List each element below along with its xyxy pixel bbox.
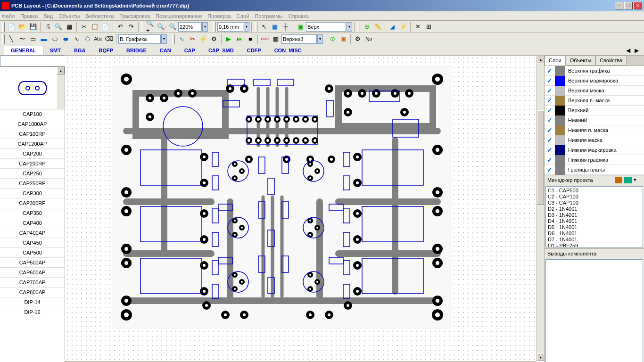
layer-color-swatch[interactable]: [555, 155, 565, 165]
cut-button[interactable]: ✂: [79, 22, 89, 32]
autoroute-button[interactable]: ⚡: [198, 34, 208, 44]
layer-combo[interactable]: [306, 22, 346, 32]
line-button[interactable]: ╲: [6, 34, 17, 44]
unroute-button[interactable]: ✂: [187, 34, 198, 44]
project-item[interactable]: D7 - 1N4001: [547, 237, 642, 243]
lib-tab-bga[interactable]: BGA: [67, 46, 92, 55]
menu-layer[interactable]: Слой: [237, 13, 249, 19]
drc-button[interactable]: ◢: [387, 22, 397, 32]
side-combo[interactable]: [281, 34, 317, 44]
lib-tab-general[interactable]: GENERAL: [4, 46, 43, 55]
component-item[interactable]: CAP100RP: [0, 129, 65, 139]
project-item[interactable]: C3 - CAP100: [547, 200, 642, 206]
layer-color-swatch[interactable]: [555, 135, 565, 145]
print-button[interactable]: 🖨: [42, 22, 53, 32]
grid-button[interactable]: ▦: [270, 22, 280, 32]
linewidth-combo[interactable]: [217, 22, 243, 32]
open-button[interactable]: 📂: [17, 22, 27, 32]
layer-row[interactable]: ✓Нижняя маркировка: [545, 145, 644, 155]
pointer-button[interactable]: ↖: [259, 22, 269, 32]
zoom-combo[interactable]: [178, 22, 202, 32]
layer-check-icon[interactable]: ✓: [545, 115, 555, 125]
pad-button[interactable]: ▣: [338, 34, 348, 44]
layer-row[interactable]: ✓Верхняя маска: [545, 86, 644, 96]
route-setup-button[interactable]: ⚙: [209, 34, 219, 44]
scroll-down-icon[interactable]: ▾: [537, 354, 544, 361]
net-check-button[interactable]: ⚡: [398, 22, 408, 32]
new-button[interactable]: 📄: [6, 22, 17, 32]
measure-button[interactable]: 📏: [372, 22, 383, 32]
close-button[interactable]: ✕: [634, 2, 642, 9]
project-item[interactable]: C2 - CAP100: [547, 194, 642, 200]
layer-check-icon[interactable]: ✓: [545, 96, 555, 106]
step-button[interactable]: ⏭: [234, 34, 245, 44]
paste-button[interactable]: 📄: [100, 22, 111, 32]
pcb-board[interactable]: [112, 65, 452, 329]
component-item[interactable]: CAP400: [0, 218, 65, 228]
lib-prev-button[interactable]: ◀: [624, 47, 632, 54]
via-button[interactable]: ⊙: [327, 34, 338, 44]
layer-check-icon[interactable]: ✓: [545, 125, 555, 135]
zoom-dropdown[interactable]: ▾: [202, 22, 208, 32]
layer-color-swatch[interactable]: [555, 125, 565, 135]
menu-routing[interactable]: Трассировка: [119, 13, 150, 19]
component-item[interactable]: CAP700AP: [0, 278, 65, 288]
menu-help[interactable]: Справка: [289, 13, 309, 19]
undo-button[interactable]: ↶: [115, 22, 125, 32]
project-item[interactable]: D6 - 1N4001: [547, 230, 642, 237]
component-item[interactable]: CAP300: [0, 189, 65, 198]
lib-tab-conmisc[interactable]: CON_MISC: [268, 46, 308, 55]
rect-fill-button[interactable]: ▬: [39, 34, 49, 44]
layer-check-icon[interactable]: ✓: [545, 145, 555, 155]
lib-next-button[interactable]: ▶: [633, 47, 640, 54]
toolbar-grip[interactable]: [172, 34, 175, 44]
save-button[interactable]: 💾: [28, 22, 38, 32]
tab-properties[interactable]: Свойства: [595, 56, 627, 66]
component-item[interactable]: CAP300RP: [0, 198, 65, 208]
ellipse-button[interactable]: ⬭: [50, 34, 60, 44]
pins-list[interactable]: [545, 259, 643, 362]
layer-check-icon[interactable]: ✓: [545, 76, 555, 86]
component-item[interactable]: CAP350: [0, 208, 65, 218]
preview-button[interactable]: 🔍: [53, 22, 64, 32]
layer-dropdown[interactable]: ▾: [347, 22, 352, 32]
layer-color-swatch[interactable]: [555, 76, 565, 86]
menu-programs[interactable]: Программы: [255, 13, 282, 19]
scroll-up-button[interactable]: ▴: [57, 67, 65, 74]
component-item[interactable]: DIP-16: [0, 307, 65, 317]
project-list[interactable]: C1 - CAP500C2 - CAP100C3 - CAP100D2 - 1N…: [545, 186, 643, 247]
lib-tab-can[interactable]: CAN: [153, 46, 178, 55]
lib-tab-bqfp[interactable]: BQFP: [92, 46, 120, 55]
component-item[interactable]: CAP800AP: [0, 288, 65, 297]
layer-color-swatch[interactable]: [555, 86, 565, 96]
toolbar-grip[interactable]: [2, 34, 5, 44]
component-item[interactable]: CAP250RP: [0, 179, 65, 189]
graphics-combo[interactable]: [118, 34, 161, 44]
origin-button[interactable]: ┼: [281, 22, 291, 32]
maximize-button[interactable]: ❐: [624, 2, 633, 9]
run-button[interactable]: ▶: [223, 34, 234, 44]
graphics-dropdown[interactable]: ▾: [161, 34, 167, 44]
layer-row[interactable]: ✓Верхняя графика: [545, 66, 644, 76]
toolbar-grip[interactable]: [213, 22, 216, 32]
polygon-button[interactable]: ⬠: [82, 34, 92, 44]
layer-row[interactable]: ✓Верхняя маркировка: [545, 76, 644, 86]
lib-tab-cap[interactable]: CAP: [178, 46, 202, 55]
toolbar-grip[interactable]: [141, 22, 144, 32]
project-item[interactable]: Q1 - PBF259: [547, 243, 642, 247]
table-button[interactable]: ⊞: [423, 22, 434, 32]
layer-row[interactable]: ✓Верхний: [545, 106, 644, 115]
toolbar-grip[interactable]: [357, 22, 360, 32]
layer-color-swatch[interactable]: [555, 165, 565, 175]
canvas-scroll-v[interactable]: ▴ ▾: [537, 56, 544, 361]
layer-check-icon[interactable]: ✓: [545, 86, 555, 96]
project-item[interactable]: C1 - CAP500: [547, 188, 642, 194]
layer-color-swatch[interactable]: [555, 145, 565, 155]
project-item[interactable]: D4 - 1N4001: [547, 218, 642, 224]
titles-button[interactable]: ▦: [64, 22, 74, 32]
component-item[interactable]: CAP1000AP: [0, 119, 65, 129]
renumber-button[interactable]: №: [363, 34, 374, 44]
layer-color-swatch[interactable]: [555, 66, 565, 76]
layer-row[interactable]: ✓Нижняя маска: [545, 135, 644, 145]
project-item[interactable]: D5 - 1N4001: [547, 224, 642, 230]
